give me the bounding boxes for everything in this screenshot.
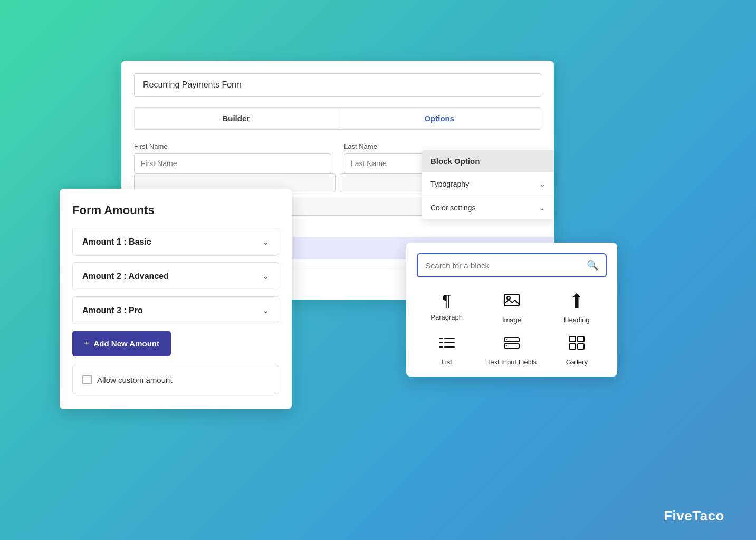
block-item-heading[interactable]: Heading (547, 292, 607, 324)
block-option-panel: Block Option Typography ⌄ Color settings… (422, 150, 554, 219)
color-settings-label: Color settings (430, 204, 476, 212)
svg-marker-2 (573, 293, 580, 308)
list-icon (438, 334, 455, 354)
form-amounts-panel: Form Amounts Amount 1 : Basic ⌄ Amount 2… (60, 189, 292, 409)
amount-2-label: Amount 2 : Advanced (82, 272, 169, 281)
image-label: Image (502, 316, 521, 324)
first-name-input[interactable] (134, 153, 331, 173)
typography-label: Typography (430, 180, 469, 188)
list-label: List (442, 358, 452, 366)
form-amounts-title: Form Amounts (72, 204, 279, 217)
custom-amount-label: Allow custom amount (97, 375, 173, 384)
svg-rect-0 (504, 294, 519, 306)
image-icon (503, 292, 520, 312)
tab-options[interactable]: Options (338, 108, 541, 129)
amount-1-chevron-icon: ⌄ (262, 237, 269, 247)
svg-rect-15 (569, 344, 576, 349)
first-name-group: First Name (134, 142, 331, 173)
svg-rect-13 (569, 336, 576, 342)
fivetaco-brand: FiveTaco (664, 508, 724, 524)
amount-1-label: Amount 1 : Basic (82, 237, 151, 247)
gallery-icon (568, 334, 585, 354)
block-option-header: Block Option (422, 150, 554, 172)
custom-amount-checkbox[interactable] (82, 375, 92, 384)
tab-builder[interactable]: Builder (135, 108, 338, 129)
custom-amount-row: Allow custom amount (72, 365, 279, 394)
brand-five: Five (664, 508, 692, 524)
tabs-bar: Builder Options (134, 107, 541, 130)
first-name-label: First Name (134, 142, 331, 150)
search-magnifier-icon: 🔍 (587, 259, 598, 271)
svg-rect-14 (578, 336, 584, 342)
block-item-gallery[interactable]: Gallery (547, 334, 607, 366)
text-input-fields-label: Text Input Fields (487, 358, 537, 366)
search-input-wrapper: 🔍 (417, 253, 607, 277)
last-name-label: Last Name (344, 142, 541, 150)
amount-item-2[interactable]: Amount 2 : Advanced ⌄ (72, 262, 279, 290)
heading-icon (569, 292, 584, 312)
search-block-input[interactable] (425, 261, 582, 270)
text-input-fields-icon (503, 334, 520, 354)
brand-taco: Taco (692, 508, 724, 524)
block-search-panel: 🔍 ¶ Paragraph Image Heading (406, 243, 617, 377)
block-item-text-input-fields[interactable]: Text Input Fields (482, 334, 541, 366)
add-new-amount-button[interactable]: + Add New Amount (72, 331, 171, 356)
amount-item-3[interactable]: Amount 3 : Pro ⌄ (72, 296, 279, 324)
block-option-color-settings[interactable]: Color settings ⌄ (422, 196, 554, 219)
heading-label: Heading (564, 316, 589, 324)
block-item-image[interactable]: Image (482, 292, 541, 324)
block-option-typography[interactable]: Typography ⌄ (422, 172, 554, 196)
block-grid: ¶ Paragraph Image Heading (417, 292, 607, 366)
color-settings-chevron-icon: ⌄ (539, 204, 546, 212)
paragraph-label: Paragraph (430, 313, 463, 321)
block-item-list[interactable]: List (417, 334, 476, 366)
amount-item-1[interactable]: Amount 1 : Basic ⌄ (72, 228, 279, 256)
form-title-input[interactable] (134, 73, 541, 97)
typography-chevron-icon: ⌄ (539, 180, 546, 188)
block-item-paragraph[interactable]: ¶ Paragraph (417, 292, 476, 324)
svg-rect-16 (578, 344, 584, 349)
add-amount-label: Add New Amount (94, 339, 159, 348)
add-amount-plus-icon: + (84, 338, 90, 349)
amount-3-chevron-icon: ⌄ (262, 305, 269, 315)
amount-3-label: Amount 3 : Pro (82, 306, 143, 315)
paragraph-icon: ¶ (442, 292, 451, 309)
gallery-label: Gallery (566, 358, 588, 366)
amount-2-chevron-icon: ⌄ (262, 271, 269, 281)
